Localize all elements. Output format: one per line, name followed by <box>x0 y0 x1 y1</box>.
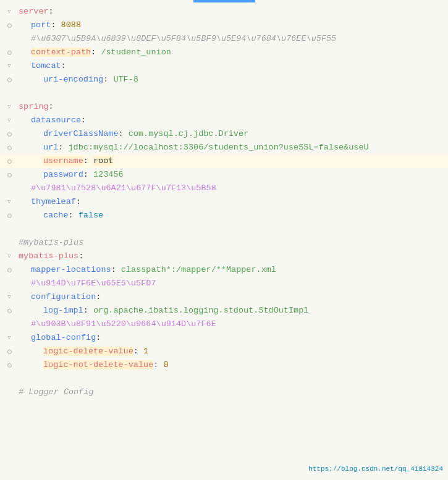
gutter-dot <box>7 146 12 150</box>
code-line: thymeleaf: <box>0 195 448 209</box>
yaml-colon: : <box>83 170 93 179</box>
line-code: server: <box>19 5 448 19</box>
line-code: datasource: <box>19 114 448 127</box>
yaml-highlight-key: username <box>43 156 83 166</box>
gutter <box>0 103 19 111</box>
code-line: tomcat: <box>0 59 448 73</box>
gutter <box>0 8 19 15</box>
code-line: # Logger Config <box>0 385 448 399</box>
line-code: context-path: /student_union <box>19 46 448 59</box>
line-code: # Logger Config <box>19 385 448 399</box>
yaml-colon: : <box>133 347 143 356</box>
yaml-comment-unicode: #\u914D\u7F6E\u65E5\u5FD7 <box>31 279 156 288</box>
code-line: username: root <box>0 154 448 168</box>
code-line: cache: false <box>0 209 448 222</box>
yaml-comment-unicode: #\u903B\u8F91\u5220\u9664\u914D\u7F6E <box>31 319 216 329</box>
fold-icon[interactable] <box>6 253 13 260</box>
code-line: spring: <box>0 100 448 114</box>
gutter <box>0 51 19 55</box>
source-url[interactable]: https://blog.csdn.net/qq_41814324 <box>308 464 443 475</box>
yaml-highlight-key: logic-delete-value <box>43 347 133 356</box>
yaml-colon: : <box>69 211 78 220</box>
yaml-comment: #\u6307\u5B9A\u6839\u8DEF\u5F84\u5BF9\u5… <box>31 34 336 43</box>
yaml-key: global-config <box>31 333 96 342</box>
yaml-value-bool: false <box>78 211 104 220</box>
code-line: log-impl: org.apache.ibatis.logging.stdo… <box>0 304 448 318</box>
line-code: #\u914D\u7F6E\u65E5\u5FD7 <box>19 277 448 290</box>
code-line <box>0 222 448 236</box>
yaml-key: mybatis-plus <box>19 251 78 261</box>
code-line: mybatis-plus: <box>0 250 448 263</box>
yaml-colon: : <box>153 360 163 369</box>
line-code: tomcat: <box>19 59 448 73</box>
yaml-key: mapper-locations <box>31 265 111 274</box>
yaml-value-string: classpath*:/mapper/**Mapper.xml <box>121 265 276 274</box>
gutter <box>0 146 19 150</box>
code-line: url: jdbc:mysql://localhost:3306/student… <box>0 141 448 154</box>
code-line: context-path: /student_union <box>0 46 448 59</box>
fold-icon[interactable] <box>6 8 13 15</box>
line-code: spring: <box>19 100 448 114</box>
code-line: mapper-locations: classpath*:/mapper/**M… <box>0 263 448 277</box>
yaml-colon: : <box>91 48 101 57</box>
yaml-key: password <box>43 170 83 179</box>
line-code: log-impl: org.apache.ibatis.logging.stdo… <box>19 304 448 318</box>
gutter-dot <box>7 23 12 28</box>
gutter <box>0 309 19 313</box>
gutter <box>0 253 19 260</box>
gutter <box>0 23 19 28</box>
code-line: datasource: <box>0 114 448 127</box>
yaml-colon: : <box>61 61 66 70</box>
line-code: url: jdbc:mysql://localhost:3306/student… <box>19 141 448 154</box>
yaml-highlight-value: root <box>93 156 113 166</box>
line-code: configuration: <box>19 290 448 304</box>
line-code: mybatis-plus: <box>19 250 448 263</box>
gutter <box>0 173 19 177</box>
line-code: #\u7981\u7528\u6A21\u677F\u7F13\u5B58 <box>19 182 448 195</box>
yaml-key: url <box>43 143 58 152</box>
top-accent-bar <box>193 0 255 2</box>
code-line <box>0 86 448 100</box>
code-line: configuration: <box>0 290 448 304</box>
yaml-colon: : <box>111 265 121 274</box>
yaml-comment: #mybatis-plus <box>19 238 83 247</box>
gutter <box>0 363 19 368</box>
gutter <box>0 117 19 124</box>
line-code: mapper-locations: classpath*:/mapper/**M… <box>19 263 448 277</box>
line-code: #mybatis-plus <box>19 236 448 250</box>
line-code: #\u6307\u5B9A\u6839\u8DEF\u5F84\u5BF9\u5… <box>19 32 448 46</box>
code-line: port: 8088 <box>0 19 448 32</box>
line-code: logic-delete-value: 1 <box>19 345 448 358</box>
yaml-colon: : <box>49 7 54 16</box>
yaml-colon: : <box>103 75 113 84</box>
code-line: logic-not-delete-value: 0 <box>0 358 448 372</box>
gutter-dot <box>7 51 12 55</box>
line-code: cache: false <box>19 209 448 222</box>
yaml-comment-unicode: #\u7981\u7528\u6A21\u677F\u7F13\u5B58 <box>31 183 216 193</box>
yaml-editor: server:port: 8088#\u6307\u5B9A\u6839\u8D… <box>0 0 448 480</box>
fold-icon[interactable] <box>6 293 13 301</box>
fold-icon[interactable] <box>6 62 13 70</box>
yaml-colon: : <box>49 102 54 111</box>
fold-icon[interactable] <box>6 198 13 206</box>
gutter <box>0 159 19 164</box>
yaml-colon: : <box>76 197 81 206</box>
fold-icon[interactable] <box>6 103 13 111</box>
line-code: thymeleaf: <box>19 195 448 209</box>
code-line: #mybatis-plus <box>0 236 448 250</box>
line-code: uri-encoding: UTF-8 <box>19 73 448 86</box>
gutter-dot <box>7 173 12 177</box>
yaml-colon: : <box>83 156 93 166</box>
yaml-value-string: /student_union <box>101 48 171 57</box>
yaml-key: cache <box>43 211 69 220</box>
fold-icon[interactable] <box>6 334 13 342</box>
yaml-colon: : <box>81 116 86 125</box>
gutter-dot <box>7 214 12 218</box>
yaml-highlight-key: logic-not-delete-value <box>43 360 153 369</box>
yaml-colon: : <box>51 20 61 30</box>
gutter-dot <box>7 363 12 368</box>
yaml-key: driverClassName <box>43 129 119 138</box>
line-code: global-config: <box>19 331 448 345</box>
fold-icon[interactable] <box>6 117 13 124</box>
yaml-value-number: 8088 <box>61 20 81 30</box>
